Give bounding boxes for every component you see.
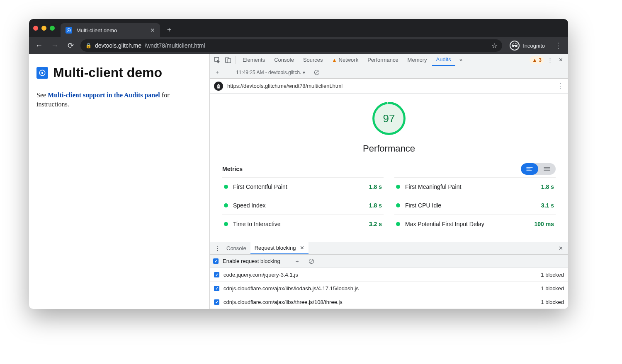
incognito-indicator[interactable]: 🕶 Incognito: [506, 40, 548, 51]
browser-menu-button[interactable]: ⋮: [552, 40, 564, 51]
reload-button[interactable]: ⟳: [65, 40, 76, 51]
tab-memory[interactable]: Memory: [403, 54, 431, 66]
metrics-grid: First Contentful Paint1.8 s First Meanin…: [222, 177, 556, 233]
tab-elements[interactable]: Elements: [238, 54, 269, 66]
incognito-label: Incognito: [523, 43, 545, 49]
metric-name: Max Potential First Input Delay: [405, 221, 484, 227]
metric-value: 3.2 s: [369, 221, 382, 227]
back-button[interactable]: ←: [33, 40, 45, 51]
enable-blocking-checkbox[interactable]: ✓: [213, 258, 219, 264]
devtools-close-button[interactable]: ✕: [556, 54, 566, 66]
tab-console[interactable]: Console: [270, 54, 298, 66]
metrics-view-toggle[interactable]: [521, 163, 556, 175]
close-window-button[interactable]: [33, 26, 38, 31]
pattern-checkbox[interactable]: ✓: [214, 299, 219, 305]
drawer-tabstrip: ⋮ Console Request blocking ✕ ✕: [210, 242, 568, 255]
new-audit-button[interactable]: ＋: [212, 69, 222, 76]
forward-button[interactable]: →: [49, 40, 61, 51]
url-path: /wndt78/multiclient.html: [145, 42, 205, 49]
browser-tab[interactable]: Multi-client demo ✕: [61, 23, 160, 37]
warning-icon: ▲: [532, 57, 537, 63]
metric-row: First CPU Idle3.1 s: [394, 196, 556, 215]
incognito-icon: 🕶: [510, 41, 520, 51]
audit-run-selector[interactable]: 11:49:25 AM - devtools.glitch. ▾: [233, 70, 309, 75]
blocked-pattern-row[interactable]: ✓ cdnjs.cloudflare.com/ajax/libs/lodash.…: [210, 282, 568, 295]
status-dot-icon: [224, 185, 228, 189]
close-icon[interactable]: ✕: [300, 245, 304, 251]
tab-performance[interactable]: Performance: [363, 54, 402, 66]
devtools-drawer: ⋮ Console Request blocking ✕ ✕ ✓ Enable …: [210, 242, 568, 309]
device-toolbar-button[interactable]: [223, 54, 233, 66]
minimize-window-button[interactable]: [41, 26, 46, 31]
more-tabs-button[interactable]: »: [456, 54, 466, 66]
chevron-down-icon: ▾: [303, 70, 305, 75]
pattern-count: 1 blocked: [541, 272, 564, 278]
metric-value: 1.8 s: [541, 183, 554, 190]
metric-row: First Contentful Paint1.8 s: [222, 177, 384, 196]
blocked-pattern-row[interactable]: ✓ code.jquery.com/jquery-3.4.1.js 1 bloc…: [210, 268, 568, 282]
add-pattern-button[interactable]: ＋: [292, 258, 302, 265]
address-bar[interactable]: 🔒 devtools.glitch.me/wndt78/multiclient.…: [80, 39, 502, 52]
new-tab-button[interactable]: +: [163, 24, 175, 36]
drawer-close-button[interactable]: ✕: [556, 242, 566, 254]
audit-url-menu[interactable]: ⋮: [557, 82, 564, 90]
url-host: devtools.glitch.me: [95, 42, 141, 49]
favicon-icon: [66, 27, 72, 34]
drawer-menu-button[interactable]: ⋮: [212, 242, 222, 254]
status-dot-icon: [396, 185, 400, 189]
devtools-tabstrip: Elements Console Sources ▲ Network Perfo…: [210, 54, 568, 66]
svg-point-3: [41, 72, 44, 74]
enable-blocking-label: Enable request blocking: [223, 258, 280, 264]
maximize-window-button[interactable]: [50, 26, 55, 31]
devtools-panel: Elements Console Sources ▲ Network Perfo…: [209, 54, 568, 309]
view-expanded-icon[interactable]: [538, 163, 556, 175]
page-logo-icon: [36, 67, 48, 79]
page-link[interactable]: Multi-client support in the Audits panel: [48, 92, 162, 99]
metric-value: 100 ms: [535, 221, 554, 227]
tab-close-icon[interactable]: ✕: [150, 27, 155, 34]
lighthouse-icon: [214, 82, 223, 91]
svg-line-19: [310, 260, 313, 263]
audits-toolbar: ＋ 11:49:25 AM - devtools.glitch. ▾: [210, 66, 568, 79]
audit-url-row: https://devtools.glitch.me/wndt78/multic…: [210, 79, 568, 94]
window-titlebar: Multi-client demo ✕ +: [29, 19, 568, 37]
drawer-tab-console[interactable]: Console: [222, 242, 250, 254]
svg-rect-9: [218, 85, 219, 86]
metric-row: Time to Interactive3.2 s: [222, 215, 384, 233]
metric-name: First Contentful Paint: [233, 183, 287, 190]
svg-rect-6: [228, 58, 231, 63]
audit-report: 97 Performance Metrics: [210, 94, 568, 242]
score-gauge: 97 Performance: [210, 101, 568, 154]
metric-name: First CPU Idle: [405, 202, 441, 209]
warning-count-badge[interactable]: ▲ 3: [530, 56, 544, 64]
warning-count: 3: [539, 57, 542, 63]
pattern-checkbox[interactable]: ✓: [214, 286, 219, 291]
warning-icon: ▲: [332, 57, 337, 63]
window-controls: [33, 26, 55, 31]
drawer-tab-request-blocking[interactable]: Request blocking ✕: [250, 242, 309, 254]
tab-title: Multi-client demo: [76, 27, 117, 34]
audit-timestamp: 11:49:25 AM - devtools.glitch.: [236, 70, 301, 75]
tab-audits[interactable]: Audits: [432, 54, 455, 66]
score-label: Performance: [210, 143, 568, 154]
inspect-element-button[interactable]: [212, 54, 222, 66]
devtools-settings-button[interactable]: ⋮: [545, 54, 555, 66]
pattern-checkbox[interactable]: ✓: [214, 272, 219, 277]
svg-line-8: [316, 71, 318, 74]
pattern-count: 1 blocked: [541, 285, 564, 292]
metrics-heading: Metrics: [222, 166, 243, 172]
status-dot-icon: [224, 222, 228, 226]
pattern-url: cdnjs.cloudflare.com/ajax/libs/three.js/…: [224, 299, 343, 305]
browser-window: Multi-client demo ✕ + ← → ⟳ 🔒 devtools.g…: [29, 19, 568, 309]
remove-all-patterns-button[interactable]: [306, 258, 316, 264]
bookmark-star-icon[interactable]: ☆: [491, 42, 497, 50]
status-dot-icon: [396, 203, 400, 207]
clear-audits-button[interactable]: [312, 70, 322, 75]
blocked-pattern-row[interactable]: ✓ cdnjs.cloudflare.com/ajax/libs/three.j…: [210, 295, 568, 309]
metric-row: First Meaningful Paint1.8 s: [394, 177, 556, 196]
body-prefix: See: [36, 92, 48, 99]
tab-network[interactable]: ▲ Network: [328, 54, 363, 66]
view-compact-icon[interactable]: [521, 163, 538, 175]
status-dot-icon: [224, 203, 228, 207]
tab-sources[interactable]: Sources: [299, 54, 327, 66]
